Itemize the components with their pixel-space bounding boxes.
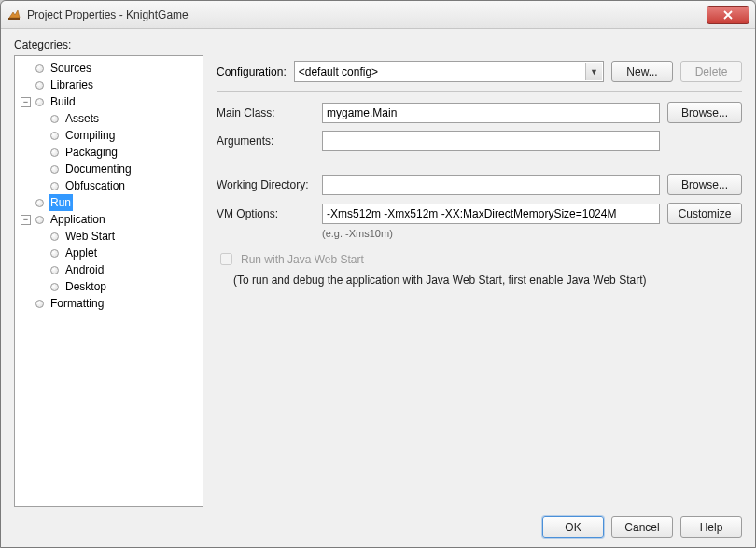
chevron-down-icon: ▼ [585, 63, 602, 80]
tree-node-application[interactable]: − Application [17, 211, 201, 228]
bullet-icon [50, 148, 59, 157]
tree-node-build[interactable]: − Build [17, 93, 201, 110]
collapse-icon[interactable]: − [21, 215, 31, 225]
ok-button[interactable]: OK [542, 516, 604, 538]
tree-node-sources[interactable]: Sources [17, 60, 201, 77]
collapse-icon[interactable]: − [21, 97, 31, 107]
configuration-value: <default config> [299, 65, 378, 78]
close-icon [723, 10, 733, 20]
configuration-label: Configuration: [217, 65, 287, 78]
webstart-note: (To run and debug the application with J… [233, 274, 742, 287]
bullet-icon [35, 199, 44, 207]
window-title: Project Properties - KnightGame [27, 8, 707, 21]
form-grid: Main Class: Browse... Arguments: Working… [217, 102, 742, 239]
vm-options-hint: (e.g. -Xms10m) [322, 228, 660, 239]
app-icon [7, 7, 21, 22]
titlebar: Project Properties - KnightGame [1, 1, 755, 29]
webstart-checkbox-row: Run with Java Web Start [217, 250, 742, 268]
configuration-row: Configuration: <default config> ▼ New...… [217, 61, 742, 82]
bullet-icon [35, 98, 44, 106]
dialog-footer: OK Cancel Help [14, 507, 742, 538]
tree-node-desktop[interactable]: Desktop [32, 278, 201, 295]
vm-options-label: VM Options: [217, 207, 315, 220]
vm-options-input[interactable] [322, 204, 660, 224]
dialog-window: Project Properties - KnightGame Categori… [0, 0, 756, 548]
configuration-combo[interactable]: <default config> ▼ [294, 61, 604, 82]
browse-main-class-button[interactable]: Browse... [667, 102, 742, 123]
tree-node-android[interactable]: Android [32, 261, 201, 278]
tree-node-obfuscation[interactable]: Obfuscation [32, 177, 201, 194]
categories-tree[interactable]: Sources Libraries − Build [14, 55, 203, 507]
bullet-icon [50, 182, 59, 190]
arguments-label: Arguments: [217, 134, 315, 148]
tree-node-libraries[interactable]: Libraries [17, 77, 201, 93]
bullet-icon [50, 249, 59, 258]
working-directory-label: Working Directory: [217, 178, 315, 191]
bullet-icon [50, 165, 59, 174]
bullet-icon [50, 232, 59, 241]
bullet-icon [50, 115, 59, 123]
bullet-icon [35, 300, 44, 308]
tree-node-packaging[interactable]: Packaging [32, 144, 201, 161]
tree-node-formatting[interactable]: Formatting [17, 295, 201, 312]
bullet-icon [35, 216, 44, 224]
dialog-content: Categories: Sources Libraries [1, 29, 755, 547]
webstart-checkbox [220, 253, 232, 265]
tree-node-documenting[interactable]: Documenting [32, 161, 201, 177]
cancel-button[interactable]: Cancel [611, 516, 673, 538]
categories-label: Categories: [14, 38, 742, 51]
tree-node-web-start[interactable]: Web Start [32, 228, 201, 245]
arguments-input[interactable] [322, 131, 660, 151]
bullet-icon [35, 81, 44, 90]
browse-working-dir-button[interactable]: Browse... [667, 174, 742, 195]
delete-config-button: Delete [680, 61, 742, 82]
bullet-icon [50, 266, 59, 274]
new-config-button[interactable]: New... [611, 61, 673, 82]
close-button[interactable] [707, 6, 749, 24]
run-settings-panel: Configuration: <default config> ▼ New...… [217, 55, 742, 507]
svg-rect-0 [8, 18, 20, 20]
working-directory-input[interactable] [322, 175, 660, 195]
separator [217, 91, 742, 92]
tree-node-applet[interactable]: Applet [32, 245, 201, 261]
main-class-label: Main Class: [217, 106, 315, 119]
bullet-icon [50, 132, 59, 140]
bullet-icon [50, 283, 59, 291]
bullet-icon [35, 64, 44, 73]
tree-node-assets[interactable]: Assets [32, 110, 201, 127]
tree-node-compiling[interactable]: Compiling [32, 127, 201, 144]
help-button[interactable]: Help [680, 516, 742, 538]
webstart-checkbox-label: Run with Java Web Start [241, 253, 364, 266]
customize-vm-options-button[interactable]: Customize [667, 203, 742, 224]
tree-node-run[interactable]: Run [17, 194, 201, 211]
body-split: Sources Libraries − Build [14, 55, 742, 507]
main-class-input[interactable] [322, 103, 660, 123]
